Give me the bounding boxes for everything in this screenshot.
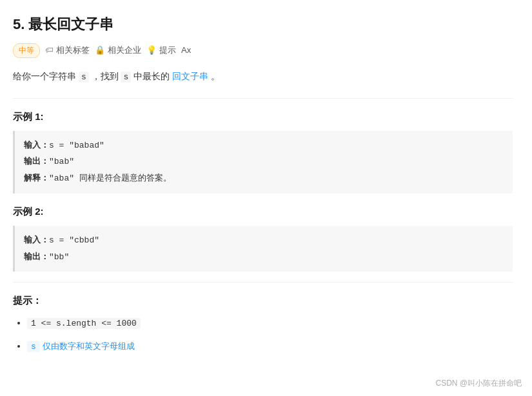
- example1-note-label: 解释：: [24, 173, 49, 183]
- example2-output-value: "bb": [49, 252, 69, 262]
- tag-icon: 🏷: [45, 44, 54, 57]
- desc-text-middle: ，找到: [92, 71, 119, 81]
- example1-input-row: 输入：s = "babad": [24, 137, 504, 154]
- related-companies-label: 相关企业: [108, 44, 141, 57]
- example1-note-value: "aba" 同样是符合题意的答案。: [49, 173, 172, 183]
- hint-item-1: 1 <= s.length <= 1000: [27, 315, 513, 331]
- footer-brand: CSDN @叫小陈在拼命吧: [435, 377, 522, 390]
- example2-block: 输入：s = "cbbd" 输出："bb": [13, 226, 513, 272]
- hint2-s-code: s: [27, 341, 40, 352]
- example2-input-row: 输入：s = "cbbd": [24, 232, 504, 249]
- related-tags-item[interactable]: 🏷 相关标签: [45, 44, 90, 57]
- example2-output-label: 输出：: [24, 252, 49, 261]
- example1-input-value: s = "babad": [49, 141, 104, 150]
- example1-title: 示例 1:: [13, 109, 513, 124]
- example1-note-row: 解释："aba" 同样是符合题意的答案。: [24, 170, 504, 187]
- hints-list: 1 <= s.length <= 1000 s 仅由数字和英文字母组成: [13, 315, 513, 354]
- related-tags-label: 相关标签: [56, 44, 90, 57]
- page-title: 5. 最长回文子串: [13, 13, 513, 35]
- font-label: Ax: [181, 44, 191, 57]
- desc-text-before: 给你一个字符串: [13, 71, 76, 81]
- bulb-icon: 💡: [146, 44, 157, 57]
- hints-label: 提示: [159, 44, 176, 57]
- tags-row: 中等 🏷 相关标签 🔒 相关企业 💡 提示 Ax: [13, 43, 513, 58]
- hints-item[interactable]: 💡 提示: [146, 44, 176, 57]
- related-companies-item[interactable]: 🔒 相关企业: [95, 44, 141, 57]
- example1-output-row: 输出："bab": [24, 153, 504, 170]
- example2-input-label: 输入：: [24, 235, 49, 244]
- example1-input-label: 输入：: [24, 140, 49, 150]
- hint1-code: 1 <= s.length <= 1000: [27, 318, 141, 329]
- example1-output-value: "bab": [49, 157, 74, 166]
- hint2-text: 仅由数字和英文字母组成: [43, 341, 135, 351]
- hint-item-2: s 仅由数字和英文字母组成: [27, 338, 513, 354]
- example1-output-label: 输出：: [24, 156, 49, 166]
- hints-section-title: 提示：: [13, 293, 513, 308]
- desc-text-middle2: 中最长的: [133, 71, 170, 81]
- font-item[interactable]: Ax: [181, 44, 191, 57]
- desc-text-after: 。: [211, 71, 220, 81]
- desc-s-var: s: [79, 72, 89, 83]
- palindrome-link[interactable]: 回文子串: [172, 71, 208, 81]
- problem-description: 给你一个字符串 s ，找到 s 中最长的 回文子串 。: [13, 68, 513, 84]
- desc-s-var2: s: [121, 72, 131, 83]
- divider: [13, 98, 513, 99]
- example2-output-row: 输出："bb": [24, 249, 504, 266]
- example1-block: 输入：s = "babad" 输出："bab" 解释："aba" 同样是符合题意…: [13, 131, 513, 193]
- difficulty-badge[interactable]: 中等: [13, 43, 40, 58]
- example2-input-value: s = "cbbd": [49, 235, 99, 245]
- example2-title: 示例 2:: [13, 204, 513, 219]
- lock-icon: 🔒: [95, 44, 105, 57]
- divider2: [13, 282, 513, 282]
